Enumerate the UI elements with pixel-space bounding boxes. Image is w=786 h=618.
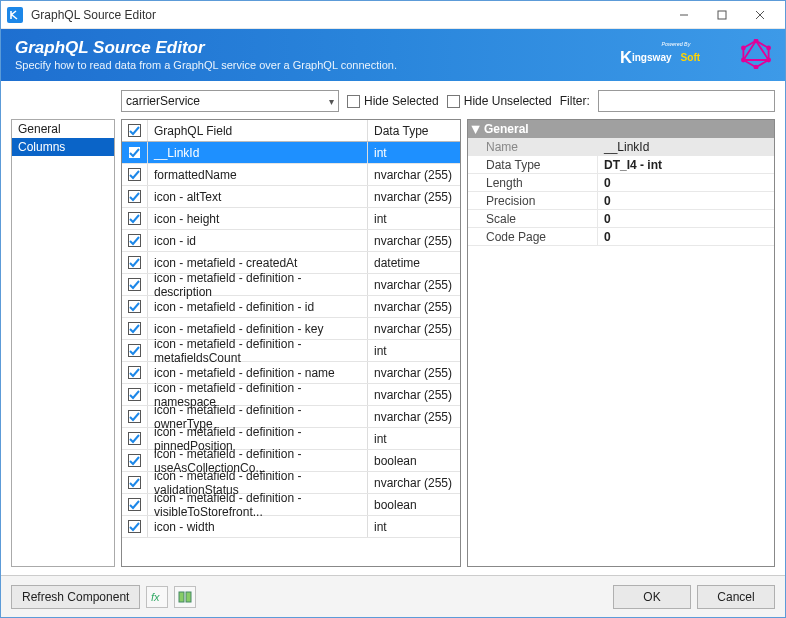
object-selector-value: carrierService	[126, 94, 200, 108]
table-row[interactable]: icon - metafield - definition - idnvarch…	[122, 296, 460, 318]
table-row[interactable]: icon - widthint	[122, 516, 460, 538]
property-row[interactable]: Scale0	[468, 210, 774, 228]
table-row[interactable]: __LinkIdint	[122, 142, 460, 164]
expression-editor-button[interactable]: fx	[146, 586, 168, 608]
svg-rect-26	[129, 367, 141, 379]
svg-rect-1	[718, 11, 726, 19]
table-row[interactable]: icon - metafield - definition - metafiel…	[122, 340, 460, 362]
row-checkbox[interactable]	[122, 450, 148, 471]
svg-text:ingsway: ingsway	[632, 52, 672, 63]
row-checkbox[interactable]	[122, 340, 148, 361]
table-row[interactable]: icon - idnvarchar (255)	[122, 230, 460, 252]
row-checkbox[interactable]	[122, 142, 148, 163]
row-checkbox[interactable]	[122, 296, 148, 317]
property-key: Code Page	[468, 228, 598, 245]
row-type: datetime	[368, 252, 460, 273]
row-checkbox[interactable]	[122, 406, 148, 427]
column-map-button[interactable]	[174, 586, 196, 608]
hide-unselected-checkbox[interactable]: Hide Unselected	[447, 94, 552, 108]
row-checkbox[interactable]	[122, 208, 148, 229]
filter-label: Filter:	[560, 94, 590, 108]
svg-rect-25	[129, 345, 141, 357]
row-field: formattedName	[148, 164, 368, 185]
property-row[interactable]: Code Page0	[468, 228, 774, 246]
minimize-button[interactable]	[665, 3, 703, 27]
row-type: int	[368, 208, 460, 229]
controls-row: carrierService ▾ Hide Selected Hide Unse…	[121, 89, 775, 113]
row-type: nvarchar (255)	[368, 406, 460, 427]
sidebar-item-columns[interactable]: Columns	[12, 138, 114, 156]
svg-rect-29	[129, 433, 141, 445]
table-row[interactable]: icon - altTextnvarchar (255)	[122, 186, 460, 208]
row-checkbox[interactable]	[122, 274, 148, 295]
ok-button[interactable]: OK	[613, 585, 691, 609]
row-checkbox[interactable]	[122, 252, 148, 273]
column-header-field[interactable]: GraphQL Field	[148, 120, 368, 141]
row-field: icon - metafield - definition - visibleT…	[148, 494, 368, 515]
svg-rect-24	[129, 323, 141, 335]
svg-rect-31	[129, 477, 141, 489]
column-header-type[interactable]: Data Type	[368, 120, 460, 141]
property-row[interactable]: Data TypeDT_I4 - int	[468, 156, 774, 174]
row-checkbox[interactable]	[122, 164, 148, 185]
row-checkbox[interactable]	[122, 230, 148, 251]
row-type: nvarchar (255)	[368, 164, 460, 185]
row-checkbox[interactable]	[122, 472, 148, 493]
property-row[interactable]: Precision0	[468, 192, 774, 210]
sidebar-item-general[interactable]: General	[12, 120, 114, 138]
chevron-down-icon: ▾	[329, 96, 334, 107]
table-row[interactable]: icon - heightint	[122, 208, 460, 230]
svg-rect-35	[179, 592, 184, 602]
row-checkbox[interactable]	[122, 516, 148, 537]
property-value: 0	[598, 174, 774, 191]
row-checkbox[interactable]	[122, 384, 148, 405]
refresh-component-button[interactable]: Refresh Component	[11, 585, 140, 609]
row-field: icon - id	[148, 230, 368, 251]
select-all-checkbox[interactable]	[122, 120, 148, 141]
object-selector[interactable]: carrierService ▾	[121, 90, 339, 112]
row-field: icon - metafield - definition - metafiel…	[148, 340, 368, 361]
row-type: nvarchar (255)	[368, 384, 460, 405]
footer: Refresh Component fx OK Cancel	[1, 575, 785, 617]
row-checkbox[interactable]	[122, 428, 148, 449]
property-key: Data Type	[468, 156, 598, 173]
svg-rect-28	[129, 411, 141, 423]
kingswaysoft-logo: Powered By K ingsway Soft	[620, 39, 715, 72]
page-subheading: Specify how to read data from a GraphQL …	[15, 59, 397, 71]
properties-section-header[interactable]: ▶ General	[468, 120, 774, 138]
row-checkbox[interactable]	[122, 494, 148, 515]
maximize-button[interactable]	[703, 3, 741, 27]
left-nav: GeneralColumns	[11, 119, 115, 567]
svg-text:K: K	[620, 48, 632, 67]
svg-point-11	[766, 58, 771, 63]
row-type: nvarchar (255)	[368, 318, 460, 339]
row-field: icon - metafield - definition - id	[148, 296, 368, 317]
cancel-button[interactable]: Cancel	[697, 585, 775, 609]
property-value: 0	[598, 210, 774, 227]
property-row[interactable]: Name__LinkId	[468, 138, 774, 156]
title-bar: GraphQL Source Editor	[1, 1, 785, 29]
hide-selected-checkbox[interactable]: Hide Selected	[347, 94, 439, 108]
properties-panel: ▶ General Name__LinkIdData TypeDT_I4 - i…	[467, 119, 775, 567]
close-button[interactable]	[741, 3, 779, 27]
filter-input[interactable]	[598, 90, 775, 112]
table-row[interactable]: formattedNamenvarchar (255)	[122, 164, 460, 186]
svg-rect-36	[186, 592, 191, 602]
property-row[interactable]: Length0	[468, 174, 774, 192]
row-checkbox[interactable]	[122, 318, 148, 339]
property-value: 0	[598, 228, 774, 245]
table-row[interactable]: icon - metafield - definition - visibleT…	[122, 494, 460, 516]
row-checkbox[interactable]	[122, 362, 148, 383]
row-checkbox[interactable]	[122, 186, 148, 207]
columns-table: GraphQL Field Data Type __LinkIdintforma…	[121, 119, 461, 567]
row-type: nvarchar (255)	[368, 362, 460, 383]
table-row[interactable]: icon - metafield - definition - descript…	[122, 274, 460, 296]
row-type: int	[368, 340, 460, 361]
svg-rect-30	[129, 455, 141, 467]
svg-rect-33	[129, 521, 141, 533]
table-header: GraphQL Field Data Type	[122, 120, 460, 142]
property-key: Length	[468, 174, 598, 191]
svg-rect-17	[129, 169, 141, 181]
chevron-down-icon: ▶	[471, 125, 482, 133]
property-key: Scale	[468, 210, 598, 227]
